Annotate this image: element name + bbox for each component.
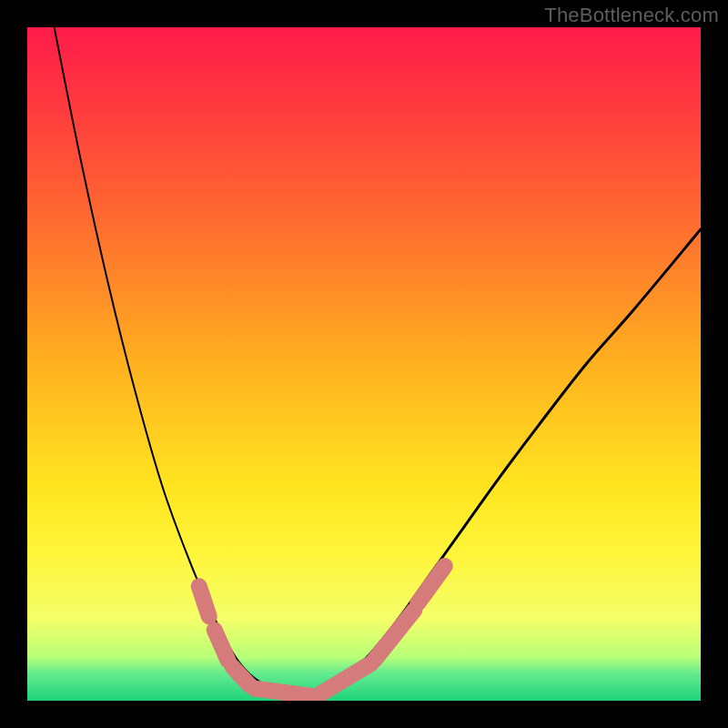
overlay-segment-5 [374, 610, 414, 661]
curve-right-branch [303, 229, 701, 697]
overlay-segment-3 [255, 689, 317, 697]
overlay-segment-1 [215, 630, 228, 660]
chart-stage: TheBottleneck.com [0, 0, 728, 728]
gradient-plot-area [27, 27, 701, 701]
overlay-segment-2 [233, 667, 250, 685]
overlay-segment-4 [320, 663, 371, 693]
watermark-text: TheBottleneck.com [544, 4, 719, 27]
overlay-segment-0 [199, 586, 209, 616]
overlay-segment-6 [418, 566, 445, 603]
curve-left-branch [55, 27, 304, 697]
bottleneck-curve-svg [27, 27, 701, 701]
